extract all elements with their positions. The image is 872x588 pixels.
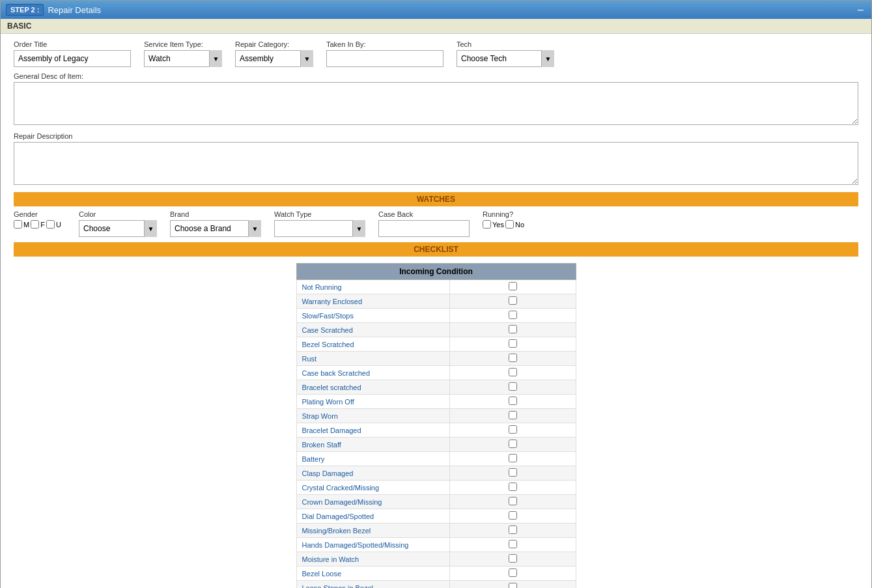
checklist-item-checkbox[interactable]	[509, 511, 517, 520]
running-no-label: No	[515, 221, 524, 229]
checklist-item-label: Missing/Broken Bezel	[296, 524, 450, 538]
checklist-item-checkbox[interactable]	[509, 382, 517, 391]
general-desc-textarea[interactable]	[14, 82, 858, 125]
repair-category-select[interactable]: Assembly	[235, 50, 313, 67]
checklist-row: Crystal Cracked/Missing	[296, 481, 576, 495]
color-label: Color	[79, 210, 157, 218]
gender-u-label: U	[56, 221, 61, 229]
checklist-row: Rust	[296, 352, 576, 366]
tech-label: Tech	[457, 40, 554, 48]
case-back-group: Case Back	[378, 210, 470, 237]
checklist-item-checkbox[interactable]	[509, 339, 517, 348]
title-bar-left: STEP 2 : Repair Details	[6, 4, 101, 16]
checklist-item-label: Crystal Cracked/Missing	[296, 481, 450, 495]
checklist-item-checkbox-cell	[450, 524, 576, 538]
checklist-item-checkbox[interactable]	[509, 468, 517, 477]
checklist-item-checkbox[interactable]	[509, 311, 517, 319]
checklist-item-label: Battery	[296, 452, 450, 466]
checklist-row: Loose Stones in Bezel	[296, 581, 576, 589]
watch-type-wrapper: ▼	[274, 220, 365, 237]
checklist-item-label: Loose Stones in Bezel	[296, 581, 450, 589]
checklist-item-checkbox[interactable]	[509, 282, 517, 290]
tech-wrapper: Choose Tech ▼	[457, 50, 554, 67]
checklist-item-checkbox[interactable]	[509, 425, 517, 434]
checklist-item-checkbox[interactable]	[509, 554, 517, 563]
watch-type-label: Watch Type	[274, 210, 365, 218]
checklist-row: Missing/Broken Bezel	[296, 524, 576, 538]
checklist-item-label: Bracelet Damaged	[296, 423, 450, 438]
checklist-item-label: Rust	[296, 352, 450, 366]
order-title-input[interactable]	[14, 50, 131, 67]
brand-wrapper: Choose a Brand ▼	[170, 220, 261, 237]
checklist-item-label: Moisture in Watch	[296, 552, 450, 567]
checklist-item-checkbox-cell	[450, 323, 576, 337]
checklist-item-checkbox[interactable]	[509, 525, 517, 534]
taken-in-by-label: Taken In By:	[326, 40, 443, 48]
checklist-item-checkbox[interactable]	[509, 540, 517, 548]
brand-select[interactable]: Choose a Brand	[170, 220, 261, 237]
checklist-item-checkbox-cell	[450, 567, 576, 581]
checklist-row: Clasp Damaged	[296, 466, 576, 481]
checklist-row: Moisture in Watch	[296, 552, 576, 567]
checklist-item-checkbox[interactable]	[509, 497, 517, 505]
running-no-checkbox[interactable]	[505, 220, 514, 229]
checklist-item-checkbox[interactable]	[509, 354, 517, 362]
title-bar: STEP 2 : Repair Details –	[1, 1, 871, 19]
checklist-item-label: Bezel Loose	[296, 567, 450, 581]
repair-desc-textarea[interactable]	[14, 142, 858, 185]
checklist-row: Not Running	[296, 280, 576, 294]
checklist-row: Warranty Enclosed	[296, 294, 576, 309]
basic-content: Order Title Service Item Type: Watch ▼ R…	[1, 34, 871, 588]
gender-m-label: M	[23, 221, 29, 229]
checklist-item-checkbox[interactable]	[509, 483, 517, 491]
checklist-bar: CHECKLIST	[14, 242, 858, 257]
brand-label: Brand	[170, 210, 261, 218]
checklist-row: Bracelet scratched	[296, 380, 576, 395]
gender-u-checkbox[interactable]	[46, 220, 55, 229]
service-item-type-label: Service Item Type:	[144, 40, 222, 48]
taken-in-by-input[interactable]	[326, 50, 443, 67]
checklist-item-label: Slow/Fast/Stops	[296, 309, 450, 323]
gender-m-checkbox[interactable]	[14, 220, 22, 229]
color-wrapper: Choose ▼	[79, 220, 157, 237]
gender-options: M F U	[14, 220, 66, 229]
color-group: Color Choose ▼	[79, 210, 157, 237]
running-yes-label: Yes	[492, 221, 504, 229]
checklist-item-checkbox[interactable]	[509, 568, 517, 577]
service-item-type-select[interactable]: Watch	[144, 50, 222, 67]
checklist-item-checkbox-cell	[450, 481, 576, 495]
gender-f-label: F	[40, 221, 45, 229]
checklist-item-label: Bracelet scratched	[296, 380, 450, 395]
running-options: Yes No	[483, 220, 524, 229]
case-back-label: Case Back	[378, 210, 470, 218]
step-badge: STEP 2 :	[6, 4, 44, 16]
checklist-row: Hands Damaged/Spotted/Missing	[296, 538, 576, 552]
checklist-item-checkbox[interactable]	[509, 411, 517, 419]
checklist-item-checkbox-cell	[450, 581, 576, 589]
case-back-input[interactable]	[378, 220, 470, 237]
tech-select[interactable]: Choose Tech	[457, 50, 554, 67]
color-select[interactable]: Choose	[79, 220, 157, 237]
checklist-item-checkbox-cell	[450, 438, 576, 452]
checklist-item-checkbox[interactable]	[509, 368, 517, 376]
running-yes-checkbox[interactable]	[483, 220, 491, 229]
checklist-item-checkbox[interactable]	[509, 440, 517, 448]
checklist-item-checkbox[interactable]	[509, 296, 517, 305]
repair-category-wrapper: Assembly ▼	[235, 50, 313, 67]
checklist-item-checkbox[interactable]	[509, 454, 517, 462]
watch-type-select[interactable]	[274, 220, 365, 237]
repair-category-group: Repair Category: Assembly ▼	[235, 40, 313, 67]
repair-category-label: Repair Category:	[235, 40, 313, 48]
checklist-item-label: Plating Worn Off	[296, 395, 450, 409]
checklist-item-label: Broken Staff	[296, 438, 450, 452]
checklist-row: Case Scratched	[296, 323, 576, 337]
checklist-row: Case back Scratched	[296, 366, 576, 380]
gender-f-checkbox[interactable]	[31, 220, 39, 229]
checklist-item-checkbox[interactable]	[509, 397, 517, 405]
checklist-item-checkbox-cell	[450, 466, 576, 481]
checklist-item-checkbox[interactable]	[509, 583, 517, 588]
checklist-item-checkbox[interactable]	[509, 325, 517, 333]
close-button[interactable]: –	[855, 4, 866, 16]
general-desc-row: General Desc of Item:	[14, 72, 858, 127]
repair-desc-label: Repair Description	[14, 132, 858, 140]
